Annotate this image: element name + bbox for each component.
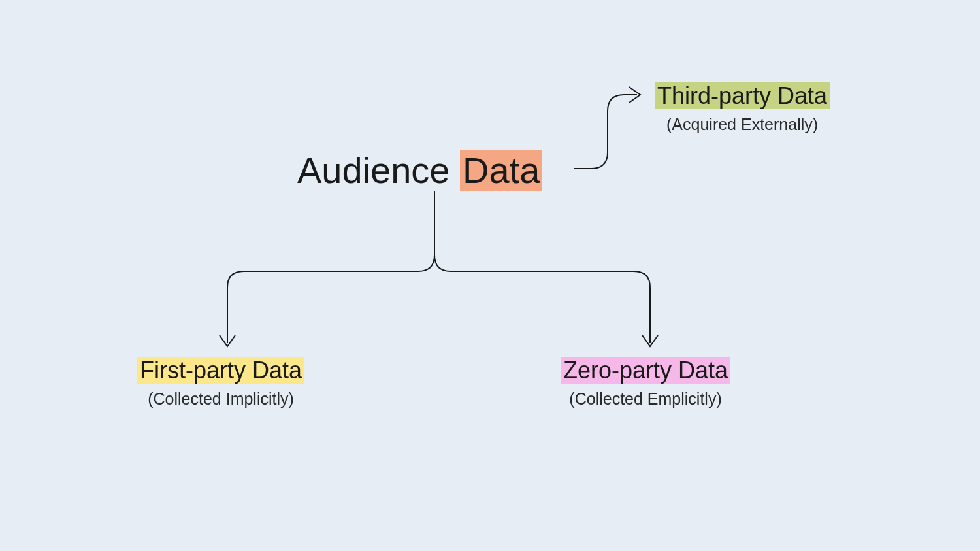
zero-party-subtitle: (Collected Emplicitly) — [561, 390, 730, 409]
third-party-title: Third-party Data — [655, 82, 830, 110]
root-label-part1: Audience — [297, 150, 460, 191]
first-party-node: First-party Data (Collected Implicitly) — [137, 356, 304, 409]
root-node: Audience Data — [297, 149, 542, 192]
third-party-subtitle: (Acquired Externally) — [655, 115, 830, 134]
zero-party-title: Zero-party Data — [561, 356, 730, 384]
third-party-node: Third-party Data (Acquired Externally) — [655, 82, 830, 134]
third-party-title-text: Third-party Data — [655, 82, 830, 109]
connector-lines — [0, 0, 980, 551]
root-label-part2: Data — [460, 150, 542, 191]
zero-party-node: Zero-party Data (Collected Emplicitly) — [561, 356, 730, 409]
zero-party-title-text: Zero-party Data — [561, 357, 730, 384]
first-party-title: First-party Data — [137, 356, 304, 384]
root-title: Audience Data — [297, 150, 542, 191]
first-party-title-text: First-party Data — [137, 357, 304, 384]
diagram-container: Audience Data Third-party Data (Acquired… — [0, 0, 980, 551]
first-party-subtitle: (Collected Implicitly) — [137, 390, 304, 409]
